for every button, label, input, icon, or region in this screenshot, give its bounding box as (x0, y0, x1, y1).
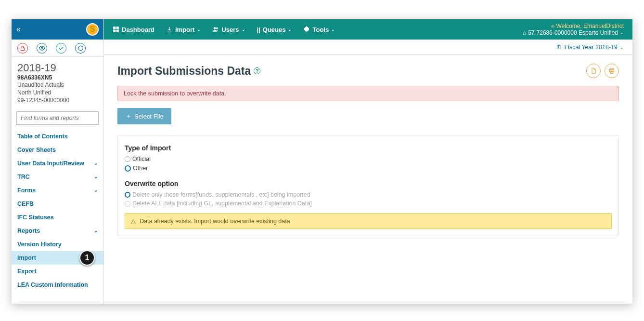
chevron-down-icon: ⌄ (94, 160, 98, 166)
sidebar-item-user-data-input[interactable]: User Data Input/Review⌄ (12, 157, 103, 170)
main: Dashboard Import ⌄ Users ⌄ || Queues ⌄ (104, 19, 632, 304)
data-exists-warning: △ Data already exists. Import would over… (125, 213, 612, 229)
sidebar-nav: Table of Contents Cover Sheets User Data… (12, 130, 103, 304)
submission-status: Unaudited Actuals (17, 81, 98, 89)
submission-info: 2018-19 98A6336XN5 Unaudited Actuals Nor… (12, 57, 103, 108)
radio-icon-checked (125, 192, 130, 198)
top-nav-right: ⍟ Welcome, EmanuelDistrict ⌂ 57-72686-00… (523, 23, 624, 37)
sidebar-icon-tabs (12, 40, 103, 57)
top-nav: Dashboard Import ⌄ Users ⌄ || Queues ⌄ (104, 19, 632, 40)
sidebar-item-version-history[interactable]: Version History (12, 238, 103, 251)
user-icon: ⍟ (551, 23, 554, 29)
radio-official[interactable]: Official (125, 155, 612, 164)
svg-rect-4 (114, 30, 116, 32)
chevron-down-icon: ⌄ (94, 187, 98, 193)
print-button[interactable] (605, 64, 619, 78)
select-file-button[interactable]: ＋ Select File (117, 108, 171, 124)
radio-icon (125, 156, 130, 162)
help-icon[interactable]: ? (254, 67, 260, 74)
radio-overwrite-all[interactable]: Delete ALL data [including GL, supplemen… (125, 199, 612, 208)
annotation-badge-1: 1 (79, 250, 95, 266)
chevron-down-icon: ⌄ (94, 174, 98, 179)
welcome-text: ⍟ Welcome, EmanuelDistrict (523, 23, 624, 29)
collapse-sidebar-button[interactable]: « (16, 25, 21, 34)
chevron-down-icon: ⌄ (197, 27, 201, 32)
chevron-down-icon: ⌄ (331, 27, 335, 32)
gear-icon (303, 26, 310, 33)
import-form: Type of Import Official Other Overwrite … (117, 135, 619, 236)
comment-icon[interactable] (75, 43, 86, 54)
svg-rect-0 (21, 48, 25, 50)
nav-tools[interactable]: Tools ⌄ (303, 26, 335, 33)
fiscal-year-selector[interactable]: 🗓 Fiscal Year 2018-19 ⌄ (104, 40, 632, 55)
svg-point-7 (217, 27, 218, 29)
eye-icon[interactable] (37, 43, 47, 54)
nav-import[interactable]: Import ⌄ (166, 26, 201, 33)
submission-cds: 99-12345-00000000 (17, 96, 98, 104)
type-of-import-options: Official Other (125, 155, 612, 173)
search-input[interactable] (16, 111, 99, 125)
chevron-down-icon: ⌄ (288, 27, 292, 32)
svg-rect-2 (114, 27, 116, 29)
sidebar-item-lea-custom[interactable]: LEA Custom Information (12, 278, 103, 292)
overwrite-heading: Overwrite option (125, 180, 612, 187)
sidebar-item-toc[interactable]: Table of Contents (12, 130, 103, 143)
radio-overwrite-forms[interactable]: Delete only those forms[funds, supplemen… (125, 190, 612, 200)
chevron-down-icon: ⌄ (620, 30, 624, 36)
document-button[interactable] (586, 64, 601, 78)
sidebar-item-export[interactable]: Export (12, 265, 103, 278)
svg-point-1 (41, 47, 43, 49)
lock-alert: Lock the submission to overwrite data. (117, 86, 619, 101)
svg-rect-5 (116, 30, 118, 32)
content: Import Submissions Data ? Lock the submi… (104, 55, 632, 304)
app-logo: S (86, 23, 99, 36)
plus-icon: ＋ (125, 112, 131, 120)
import-icon (166, 26, 173, 33)
nav-queues[interactable]: || Queues ⌄ (257, 26, 292, 33)
type-of-import-heading: Type of Import (125, 144, 612, 152)
home-icon: ⌂ (523, 29, 526, 36)
queues-icon: || (257, 26, 260, 33)
nav-users[interactable]: Users ⌄ (212, 26, 245, 33)
sidebar-item-import[interactable]: Import 1 (12, 251, 103, 265)
radio-icon-checked (125, 165, 131, 172)
sidebar-item-ifc-statuses[interactable]: IFC Statuses (12, 211, 103, 224)
page-title: Import Submissions Data ? (117, 65, 260, 78)
page-title-row: Import Submissions Data ? (117, 64, 619, 78)
submission-district: North Unified (17, 89, 98, 96)
sidebar-item-forms[interactable]: Forms⌄ (12, 184, 103, 197)
warning-icon: △ (131, 217, 136, 225)
search-container (16, 111, 99, 125)
radio-other[interactable]: Other (125, 164, 612, 173)
check-icon[interactable] (56, 43, 66, 54)
submission-code: 98A6336XN5 (17, 74, 98, 81)
dashboard-icon (113, 26, 119, 33)
sidebar-item-reports[interactable]: Reports⌄ (12, 224, 103, 238)
sidebar-top-row: « S (12, 19, 103, 40)
sidebar: « S 2018-19 98A6336XN5 Unaudited Actuals… (12, 19, 104, 304)
calendar-icon: 🗓 (556, 44, 562, 51)
sidebar-item-cover-sheets[interactable]: Cover Sheets (12, 143, 103, 157)
chevron-down-icon: ⌄ (94, 228, 98, 233)
sidebar-item-cefb[interactable]: CEFB (12, 197, 103, 211)
lock-icon[interactable] (17, 43, 28, 54)
page-actions (586, 64, 619, 78)
chevron-down-icon: ⌄ (620, 45, 624, 50)
svg-point-6 (214, 27, 216, 29)
svg-rect-3 (116, 27, 118, 29)
submission-year: 2018-19 (17, 62, 98, 74)
file-select-row: ＋ Select File (117, 108, 619, 124)
radio-icon (125, 201, 130, 207)
nav-dashboard[interactable]: Dashboard (113, 26, 155, 33)
users-icon (212, 26, 219, 33)
top-nav-left: Dashboard Import ⌄ Users ⌄ || Queues ⌄ (113, 26, 335, 33)
org-selector[interactable]: ⌂ 57-72686-0000000 Esparto Unified ⌄ (523, 29, 624, 36)
overwrite-options: Delete only those forms[funds, supplemen… (125, 190, 612, 209)
chevron-down-icon: ⌄ (242, 27, 245, 32)
sidebar-item-trc[interactable]: TRC⌄ (12, 170, 103, 184)
